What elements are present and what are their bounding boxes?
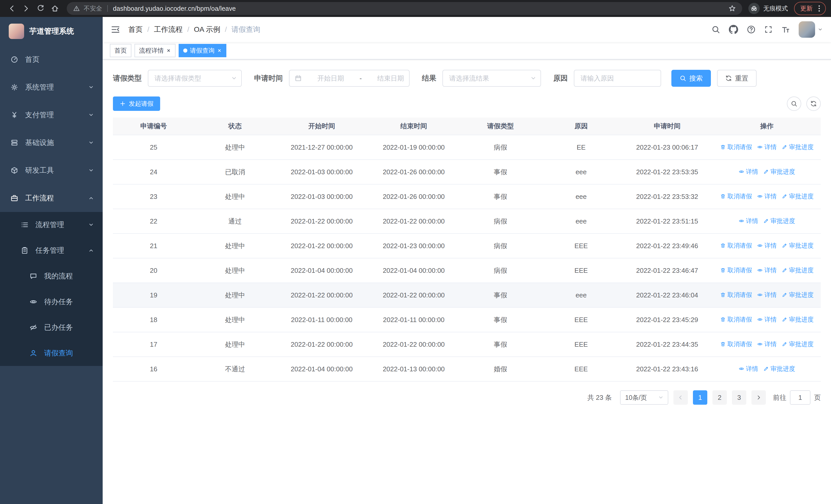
prev-page-button[interactable] bbox=[674, 390, 688, 405]
page-button[interactable]: 3 bbox=[732, 390, 746, 405]
detail-link[interactable]: 详情 bbox=[757, 143, 777, 151]
sidebar-item[interactable]: 已办任务 bbox=[0, 315, 103, 340]
sidebar-item[interactable]: 支付管理 bbox=[0, 101, 103, 129]
detail-link[interactable]: 详情 bbox=[739, 365, 758, 373]
cancel-leave-link[interactable]: 取消请假 bbox=[720, 192, 752, 200]
table-cell: 事假 bbox=[460, 159, 541, 184]
browser-forward-button[interactable] bbox=[20, 2, 33, 15]
tab[interactable]: 首页 bbox=[110, 44, 132, 57]
browser-reload-button[interactable] bbox=[34, 2, 47, 15]
search-icon[interactable] bbox=[711, 25, 720, 34]
reason-label: 原因 bbox=[553, 73, 568, 83]
chevron-down-icon bbox=[530, 75, 536, 81]
search-icon bbox=[680, 75, 686, 82]
date-range-picker[interactable]: 开始日期 - 结束日期 bbox=[289, 70, 409, 87]
page-button[interactable]: 1 bbox=[693, 390, 707, 405]
sidebar-item[interactable]: 流程管理 bbox=[0, 212, 103, 238]
hamburger-icon[interactable] bbox=[111, 25, 120, 34]
edit-icon bbox=[782, 317, 787, 322]
detail-link[interactable]: 详情 bbox=[757, 316, 777, 324]
create-leave-button[interactable]: 发起请假 bbox=[113, 96, 160, 111]
refresh-icon bbox=[810, 100, 817, 107]
sidebar-item[interactable]: 系统管理 bbox=[0, 73, 103, 101]
page-size-value: 10条/页 bbox=[625, 393, 647, 402]
detail-link[interactable]: 详情 bbox=[757, 291, 777, 299]
reset-button[interactable]: 重置 bbox=[717, 70, 756, 87]
table-cell: 20 bbox=[113, 258, 194, 283]
sidebar-item[interactable]: 我的流程 bbox=[0, 263, 103, 289]
audit-progress-link[interactable]: 审批进度 bbox=[782, 316, 813, 324]
cancel-leave-link[interactable]: 取消请假 bbox=[720, 143, 752, 151]
sidebar-item[interactable]: 任务管理 bbox=[0, 238, 103, 263]
table-row: 21处理中2022-01-22 00:00:002022-01-23 00:00… bbox=[113, 234, 821, 258]
table-cell: 2022-01-22 00:00:00 bbox=[276, 234, 368, 258]
table-cell: 事假 bbox=[460, 332, 541, 357]
breadcrumb-item[interactable]: 首页 bbox=[128, 25, 143, 34]
edit-icon bbox=[763, 366, 769, 372]
detail-link[interactable]: 详情 bbox=[739, 168, 758, 176]
browser-menu-icon[interactable] bbox=[815, 4, 823, 12]
bookmark-star-icon[interactable] bbox=[728, 5, 736, 12]
audit-progress-link[interactable]: 审批进度 bbox=[782, 192, 813, 200]
help-icon[interactable] bbox=[747, 25, 755, 34]
font-size-icon[interactable] bbox=[781, 25, 790, 34]
sidebar-item[interactable]: 请假查询 bbox=[0, 340, 103, 366]
page-size-select[interactable]: 10条/页 bbox=[620, 390, 668, 405]
audit-progress-link[interactable]: 审批进度 bbox=[782, 143, 813, 151]
update-chip[interactable]: 更新 bbox=[794, 2, 826, 15]
address-bar[interactable]: 不安全 dashboard.yudao.iocoder.cn/bpm/oa/le… bbox=[67, 2, 742, 15]
page-button[interactable]: 2 bbox=[712, 390, 727, 405]
edit-icon bbox=[782, 144, 787, 150]
toggle-search-button[interactable] bbox=[787, 96, 801, 111]
cancel-leave-link[interactable]: 取消请假 bbox=[720, 316, 752, 324]
cancel-leave-link[interactable]: 取消请假 bbox=[720, 266, 752, 274]
breadcrumb-item[interactable]: 工作流程 bbox=[154, 25, 183, 34]
edit-icon bbox=[782, 243, 787, 248]
github-icon[interactable] bbox=[729, 25, 738, 34]
detail-link[interactable]: 详情 bbox=[757, 241, 777, 250]
table-body: 25处理中2021-12-27 00:00:002022-01-19 00:00… bbox=[113, 135, 821, 381]
sidebar-item[interactable]: 基础设施 bbox=[0, 129, 103, 156]
detail-link[interactable]: 详情 bbox=[757, 266, 777, 274]
column-header: 请假类型 bbox=[460, 118, 541, 135]
app-logo[interactable]: 芋道管理系统 bbox=[0, 17, 103, 46]
close-icon[interactable] bbox=[166, 48, 171, 53]
detail-link[interactable]: 详情 bbox=[739, 217, 758, 225]
table-cell: 病假 bbox=[460, 258, 541, 283]
leave-type-select[interactable]: 请选择请假类型 bbox=[148, 70, 242, 87]
user-menu[interactable] bbox=[799, 21, 823, 38]
sidebar-item[interactable]: 研发工具 bbox=[0, 156, 103, 184]
audit-progress-link[interactable]: 审批进度 bbox=[782, 266, 813, 274]
fullscreen-icon[interactable] bbox=[764, 25, 773, 34]
detail-link[interactable]: 详情 bbox=[757, 192, 777, 200]
detail-link[interactable]: 详情 bbox=[757, 340, 777, 348]
audit-progress-link[interactable]: 审批进度 bbox=[782, 291, 813, 299]
audit-progress-link[interactable]: 审批进度 bbox=[763, 217, 795, 225]
table-cell: EEE bbox=[541, 332, 621, 357]
search-button[interactable]: 搜索 bbox=[671, 70, 711, 87]
sidebar-item[interactable]: 首页 bbox=[0, 46, 103, 73]
cancel-leave-link[interactable]: 取消请假 bbox=[720, 291, 752, 299]
next-page-button[interactable] bbox=[751, 390, 766, 405]
pagination: 共 23 条 10条/页 123 前往 页 bbox=[113, 390, 821, 405]
audit-progress-link[interactable]: 审批进度 bbox=[782, 241, 813, 250]
refresh-table-button[interactable] bbox=[806, 96, 821, 111]
tab[interactable]: 请假查询 bbox=[179, 44, 226, 57]
result-select[interactable]: 请选择流结果 bbox=[442, 70, 541, 87]
cancel-leave-link[interactable]: 取消请假 bbox=[720, 241, 752, 250]
browser-home-button[interactable] bbox=[48, 2, 62, 15]
reason-input[interactable] bbox=[574, 70, 661, 87]
sidebar-item[interactable]: 待办任务 bbox=[0, 289, 103, 315]
goto-page-input[interactable] bbox=[790, 390, 810, 405]
incognito-label: 无痕模式 bbox=[763, 4, 788, 12]
audit-progress-link[interactable]: 审批进度 bbox=[763, 168, 795, 176]
audit-progress-link[interactable]: 审批进度 bbox=[763, 365, 795, 373]
tab[interactable]: 流程详情 bbox=[135, 44, 175, 57]
sidebar-item[interactable]: 工作流程 bbox=[0, 184, 103, 212]
breadcrumb-item[interactable]: OA 示例 bbox=[194, 25, 221, 34]
browser-back-button[interactable] bbox=[5, 2, 19, 15]
audit-progress-link[interactable]: 审批进度 bbox=[782, 340, 813, 348]
close-icon[interactable] bbox=[217, 48, 222, 53]
cancel-leave-link[interactable]: 取消请假 bbox=[720, 340, 752, 348]
table-cell: 不通过 bbox=[194, 357, 276, 381]
